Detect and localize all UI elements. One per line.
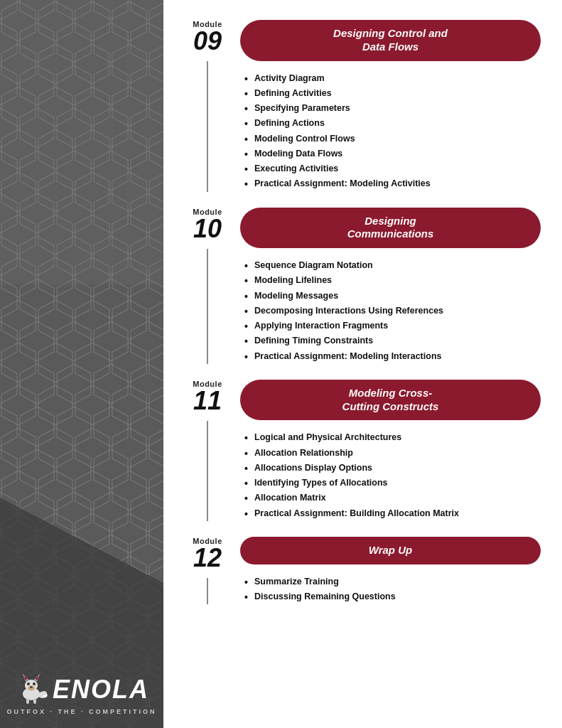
list-item: Discussing Remaining Questions <box>243 589 541 604</box>
list-item: Executing Activities <box>243 161 541 176</box>
module-left-09: Module09 <box>183 20 232 192</box>
svg-rect-18 <box>33 698 36 704</box>
module-title-11: Modeling Cross-Cutting Constructs <box>254 387 526 414</box>
module-title-badge-12: Wrap Up <box>240 537 541 564</box>
list-item: Modeling Messages <box>243 289 541 304</box>
svg-rect-17 <box>26 698 29 704</box>
module-right-12: Wrap UpSummarize TrainingDiscussing Rema… <box>232 537 541 604</box>
list-item: Practical Assignment: Modeling Interacti… <box>243 349 541 364</box>
module-title-badge-11: Modeling Cross-Cutting Constructs <box>240 380 541 421</box>
module-left-12: Module12 <box>183 537 232 604</box>
module-block-11: Module11Modeling Cross-Cutting Construct… <box>183 380 541 521</box>
module-number-10: 10 <box>193 216 222 242</box>
list-item: Defining Activities <box>243 86 541 101</box>
module-title-09: Designing Control andData Flows <box>254 27 526 54</box>
module-number-11: 11 <box>193 388 222 414</box>
list-item: Decomposing Interactions Using Reference… <box>243 304 541 318</box>
list-item: Practical Assignment: Building Allocatio… <box>243 506 541 521</box>
module-right-09: Designing Control andData FlowsActivity … <box>232 20 541 192</box>
module-title-10: DesigningCommunications <box>254 215 526 242</box>
module-right-11: Modeling Cross-Cutting ConstructsLogical… <box>232 380 541 521</box>
module-block-12: Module12Wrap UpSummarize TrainingDiscuss… <box>183 537 541 604</box>
list-item: Identifying Types of Allocations <box>243 476 541 491</box>
logo-tagline: OUTFOX · THE · COMPETITION <box>6 708 156 715</box>
list-item: Modeling Control Flows <box>243 132 541 146</box>
list-item: Summarize Training <box>243 574 541 589</box>
module-title-badge-10: DesigningCommunications <box>240 208 541 249</box>
svg-point-16 <box>33 682 36 685</box>
topic-list-10: Sequence Diagram NotationModeling Lifeli… <box>243 258 541 364</box>
topic-list-12: Summarize TrainingDiscussing Remaining Q… <box>243 574 541 605</box>
vertical-line-09 <box>207 61 208 192</box>
module-right-10: DesigningCommunicationsSequence Diagram … <box>232 208 541 364</box>
list-item: Logical and Physical Architectures <box>243 430 541 445</box>
module-title-12: Wrap Up <box>254 544 526 557</box>
svg-point-15 <box>27 682 30 685</box>
vertical-line-11 <box>207 421 208 521</box>
module-left-10: Module10 <box>183 208 232 364</box>
list-item: Modeling Lifelines <box>243 273 541 288</box>
list-item: Applying Interaction Fragments <box>243 318 541 333</box>
topic-list-11: Logical and Physical ArchitecturesAlloca… <box>243 430 541 521</box>
list-item: Allocations Display Options <box>243 461 541 476</box>
list-item: Activity Diagram <box>243 71 541 86</box>
fox-icon <box>14 673 48 707</box>
topic-list-09: Activity DiagramDefining ActivitiesSpeci… <box>243 71 541 192</box>
svg-rect-6 <box>0 0 163 284</box>
list-item: Defining Timing Constraints <box>243 333 541 348</box>
list-item: Practical Assignment: Modeling Activitie… <box>243 176 541 191</box>
logo-row: ENOLA <box>14 673 149 707</box>
list-item: Defining Actions <box>243 116 541 131</box>
main-content: Module09Designing Control andData FlowsA… <box>163 0 562 728</box>
vertical-line-10 <box>207 249 208 364</box>
module-block-10: Module10DesigningCommunicationsSequence … <box>183 208 541 364</box>
sidebar: ENOLA OUTFOX · THE · COMPETITION <box>0 0 163 728</box>
logo-area: ENOLA OUTFOX · THE · COMPETITION <box>6 673 156 715</box>
list-item: Allocation Matrix <box>243 491 541 505</box>
list-item: Allocation Relationship <box>243 446 541 461</box>
module-block-09: Module09Designing Control andData FlowsA… <box>183 20 541 192</box>
list-item: Sequence Diagram Notation <box>243 258 541 273</box>
module-left-11: Module11 <box>183 380 232 521</box>
module-title-badge-09: Designing Control andData Flows <box>240 20 541 61</box>
module-number-12: 12 <box>193 545 222 571</box>
module-number-09: 09 <box>193 28 222 54</box>
svg-point-14 <box>30 686 33 687</box>
vertical-line-12 <box>207 578 208 604</box>
logo-text: ENOLA <box>53 675 149 705</box>
list-item: Specifying Parameters <box>243 101 541 116</box>
list-item: Modeling Data Flows <box>243 146 541 161</box>
